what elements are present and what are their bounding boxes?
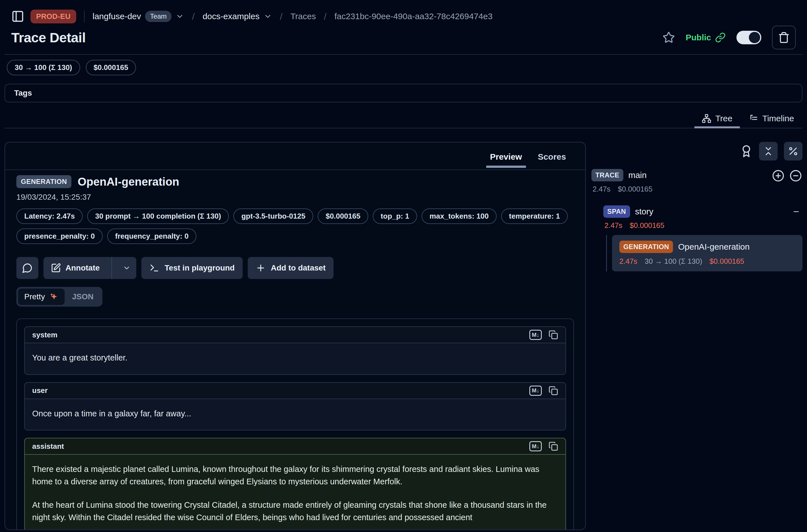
tree-zoom-controls xyxy=(772,170,802,182)
collapse-all-button[interactable] xyxy=(759,142,778,160)
message-text: Once upon a time in a galaxy far, far aw… xyxy=(32,407,558,420)
span-metrics: 2.47s $0.000165 xyxy=(603,221,803,230)
page-title: Trace Detail xyxy=(11,30,86,45)
active-tab-indicator xyxy=(694,126,740,128)
tab-preview[interactable]: Preview xyxy=(483,146,529,167)
title-actions: Public xyxy=(662,26,796,49)
generation-type-badge: GENERATION xyxy=(619,241,673,253)
span-type-badge: SPAN xyxy=(603,205,630,218)
observation-type-badge: GENERATION xyxy=(16,175,71,188)
tab-tree-label: Tree xyxy=(715,114,732,123)
tab-scores[interactable]: Scores xyxy=(531,146,573,167)
message-content: You are a great storyteller. xyxy=(25,343,565,374)
cost-badge[interactable]: $0.000165 xyxy=(318,208,368,224)
link-icon xyxy=(715,32,726,43)
org-name: langfuse-dev xyxy=(93,12,141,21)
project-switcher[interactable]: docs-examples xyxy=(203,12,272,21)
format-toggle: Pretty JSON xyxy=(16,287,102,307)
span-latency: 2.47s xyxy=(604,221,622,230)
latency-badge[interactable]: Latency: 2.47s xyxy=(16,208,83,224)
sparkles-icon xyxy=(49,292,58,302)
message-text: You are a great storyteller. xyxy=(32,352,558,364)
pen-icon xyxy=(51,263,61,273)
markdown-toggle-icon[interactable]: M↓ xyxy=(529,386,542,396)
breadcrumb-traces-link[interactable]: Traces xyxy=(290,12,316,21)
collapse-node-icon[interactable]: − xyxy=(793,207,803,217)
copy-icon[interactable] xyxy=(548,330,558,340)
message-role: user xyxy=(32,386,48,395)
plus-icon xyxy=(256,263,266,273)
tags-container[interactable]: Tags xyxy=(4,84,803,102)
star-icon[interactable] xyxy=(662,31,675,44)
temperature-badge[interactable]: temperature: 1 xyxy=(501,208,568,224)
environment-badge[interactable]: PROD-EU xyxy=(31,10,76,23)
tab-timeline-label: Timeline xyxy=(763,114,794,123)
copy-icon[interactable] xyxy=(548,441,558,451)
message-content: Once upon a time in a galaxy far, far aw… xyxy=(25,399,565,430)
model-badge[interactable]: gpt-3.5-turbo-0125 xyxy=(233,208,313,224)
top-p-badge[interactable]: top_p: 1 xyxy=(373,208,417,224)
timeline-icon xyxy=(749,114,758,123)
header-divider xyxy=(4,54,803,55)
token-usage-badge[interactable]: 30 prompt → 100 completion (Σ 130) xyxy=(87,208,229,224)
trace-node-row: TRACE main xyxy=(592,169,803,182)
trace-detail-page: PROD-EU langfuse-dev Team / docs-example… xyxy=(0,0,807,532)
delete-trace-button[interactable] xyxy=(772,26,796,49)
observation-badges-row1: Latency: 2.47s 30 prompt → 100 completio… xyxy=(16,208,574,224)
frequency-penalty-badge[interactable]: frequency_penalty: 0 xyxy=(107,228,196,244)
test-in-playground-button[interactable]: Test in playground xyxy=(142,257,242,279)
format-json-segment[interactable]: JSON xyxy=(64,289,101,305)
markdown-toggle-icon[interactable]: M↓ xyxy=(529,441,542,451)
generation-tokens: 30 → 100 (Σ 130) xyxy=(645,257,702,266)
public-link[interactable]: Public xyxy=(686,32,726,43)
sidebar-toggle-icon[interactable] xyxy=(11,10,24,23)
award-icon[interactable] xyxy=(740,145,753,158)
observation-title: OpenAI-generation xyxy=(78,175,179,188)
cost-badge[interactable]: $0.000165 xyxy=(86,60,136,75)
generation-name: OpenAI-generation xyxy=(678,242,750,252)
trace-id: fac231bc-90ee-490a-aa32-78c4269474e3 xyxy=(334,12,492,21)
message-header: assistant M↓ xyxy=(25,438,565,455)
content-area: Preview Scores GENERATION OpenAI-generat… xyxy=(4,142,803,530)
zoom-in-icon[interactable] xyxy=(772,170,784,182)
message-text: There existed a majestic planet called L… xyxy=(32,463,558,488)
tree-node-generation-selected[interactable]: GENERATION OpenAI-generation 2.47s 30 → … xyxy=(612,235,803,271)
trace-cost: $0.000165 xyxy=(618,185,653,193)
comment-button[interactable] xyxy=(16,257,38,279)
format-pretty-segment[interactable]: Pretty xyxy=(18,289,64,305)
annotate-button[interactable]: Annotate xyxy=(43,257,106,279)
copy-icon[interactable] xyxy=(548,386,558,396)
active-tab-indicator xyxy=(486,166,526,168)
percent-icon xyxy=(788,146,799,156)
generation-metrics: 2.47s 30 → 100 (Σ 130) $0.000165 xyxy=(619,257,795,266)
message-content: There existed a majestic planet called L… xyxy=(25,455,565,530)
chevron-down-icon xyxy=(264,12,272,21)
org-switcher[interactable]: langfuse-dev Team xyxy=(93,11,184,22)
tree-node-trace[interactable]: TRACE main 2.47s $0.000165 xyxy=(592,169,803,193)
tree-icon xyxy=(702,114,711,123)
terminal-icon xyxy=(149,263,159,273)
playground-label: Test in playground xyxy=(165,264,234,272)
tab-tree[interactable]: Tree xyxy=(694,111,740,128)
span-children: GENERATION OpenAI-generation 2.47s 30 → … xyxy=(606,235,803,271)
token-usage-badge[interactable]: 30 → 100 (Σ 130) xyxy=(7,60,80,75)
tree-toolbar xyxy=(592,142,803,160)
message-card-user: user M↓ Once upon a time in a galaxy far… xyxy=(24,382,566,431)
trash-icon xyxy=(778,32,790,43)
markdown-toggle-icon[interactable]: M↓ xyxy=(529,330,542,340)
annotate-dropdown-button[interactable] xyxy=(117,257,136,279)
tab-timeline[interactable]: Timeline xyxy=(742,111,801,128)
add-to-dataset-button[interactable]: Add to dataset xyxy=(248,257,334,279)
project-name: docs-examples xyxy=(203,12,260,21)
observation-timestamp: 19/03/2024, 15:25:37 xyxy=(16,193,574,202)
comment-icon xyxy=(22,263,33,273)
public-toggle[interactable] xyxy=(736,31,761,44)
trace-tree: TRACE main 2.47s $0.000165 SPAN story xyxy=(592,169,803,271)
zoom-out-icon[interactable] xyxy=(789,170,802,182)
tree-node-span[interactable]: SPAN story − 2.47s $0.000165 xyxy=(603,205,803,230)
max-tokens-badge[interactable]: max_tokens: 100 xyxy=(421,208,496,224)
presence-penalty-badge[interactable]: presence_penalty: 0 xyxy=(16,228,103,244)
trace-name: main xyxy=(628,170,647,180)
message-card-system: system M↓ You are a great storyteller. xyxy=(24,326,566,375)
metrics-toggle-button[interactable] xyxy=(784,142,803,160)
